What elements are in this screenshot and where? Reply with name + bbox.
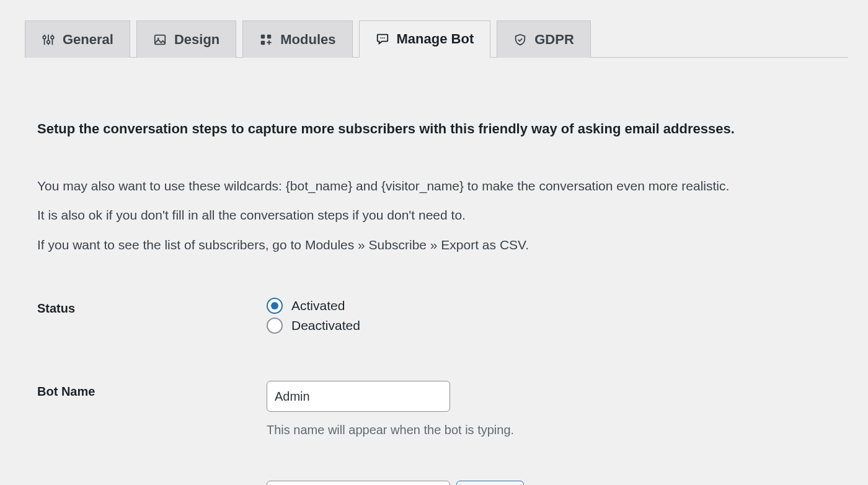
svg-point-12 xyxy=(382,37,383,38)
radio-icon xyxy=(267,318,283,334)
tab-label: GDPR xyxy=(534,32,574,48)
status-radio-deactivated[interactable]: Deactivated xyxy=(267,318,831,334)
intro-paragraph-wildcards: You may also want to use these wildcards… xyxy=(37,176,831,196)
image-icon xyxy=(153,33,167,47)
upload-avatar-input[interactable] xyxy=(267,481,450,485)
svg-rect-8 xyxy=(261,34,265,38)
intro-paragraph-optional: It is also ok if you don't fill in all t… xyxy=(37,205,831,225)
tab-modules[interactable]: Modules xyxy=(242,20,352,58)
tab-gdpr[interactable]: GDPR xyxy=(497,20,591,58)
intro-paragraph-export: If you want to see the list of subscribe… xyxy=(37,235,831,255)
bot-name-label: Bot Name xyxy=(37,381,267,399)
bot-name-help: This name will appear when the bot is ty… xyxy=(267,423,831,437)
bot-name-input[interactable] xyxy=(267,381,450,412)
tab-label: Design xyxy=(174,32,219,48)
intro-headline: Setup the conversation steps to capture … xyxy=(37,120,831,139)
svg-rect-9 xyxy=(267,34,271,38)
svg-rect-10 xyxy=(261,40,265,44)
grid-add-icon xyxy=(259,33,273,47)
svg-point-11 xyxy=(380,37,381,38)
tab-manage-bot[interactable]: Manage Bot xyxy=(359,20,491,58)
tab-design[interactable]: Design xyxy=(136,20,236,58)
radio-icon xyxy=(267,298,283,314)
svg-rect-6 xyxy=(155,35,166,44)
svg-point-13 xyxy=(383,37,384,38)
chat-icon xyxy=(376,32,389,46)
tab-label: Modules xyxy=(280,32,335,48)
tab-label: Manage Bot xyxy=(397,31,474,47)
upload-avatar-label: Upload avatar xyxy=(37,481,267,485)
tab-label: General xyxy=(63,32,113,48)
status-label: Status xyxy=(37,298,267,316)
radio-label: Activated xyxy=(291,298,345,313)
radio-label: Deactivated xyxy=(291,318,360,333)
settings-tabs: General Design Modules xyxy=(25,20,848,58)
shield-icon xyxy=(513,33,527,47)
status-radio-activated[interactable]: Activated xyxy=(267,298,831,314)
svg-point-3 xyxy=(43,36,46,39)
upload-button[interactable]: Upload xyxy=(456,481,524,485)
sliders-icon xyxy=(42,33,55,47)
svg-point-5 xyxy=(51,36,54,39)
tab-general[interactable]: General xyxy=(25,20,130,58)
svg-point-4 xyxy=(47,40,50,43)
